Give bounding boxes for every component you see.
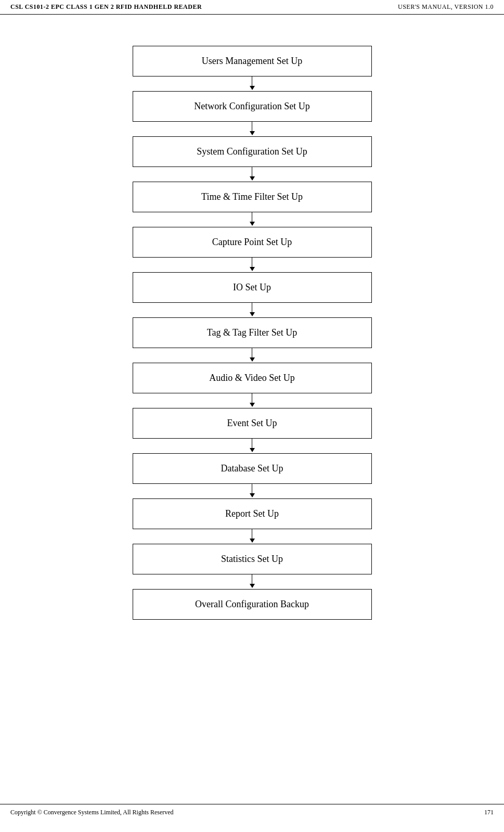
page-footer: Copyright © Convergence Systems Limited,… [0,804,504,816]
arrow-line [252,258,253,267]
flow-arrow-8 [250,393,255,408]
arrow-line [252,303,253,312]
flow-step-11: Report Set Up [133,498,372,529]
flow-arrow-6 [250,303,255,317]
footer-copyright: Copyright © Convergence Systems Limited,… [10,809,174,816]
arrow-head [250,448,255,452]
flow-step-10: Database Set Up [133,453,372,484]
arrow-line [252,76,253,86]
arrow-head [250,493,255,497]
flowchart: Users Management Set UpNetwork Configura… [133,46,372,620]
flow-arrow-3 [250,167,255,182]
header-title-left: CSL CS101-2 EPC CLASS 1 GEN 2 RFID HANDH… [10,3,202,11]
flow-step-9: Event Set Up [133,408,372,439]
arrow-line [252,122,253,131]
flow-arrow-2 [250,122,255,136]
arrow-head [250,312,255,316]
flow-arrow-10 [250,484,255,498]
flow-step-6: IO Set Up [133,272,372,303]
flow-step-4: Time & Time Filter Set Up [133,182,372,212]
arrow-line [252,484,253,493]
flow-step-3: System Configuration Set Up [133,136,372,167]
arrow-head [250,539,255,543]
flow-step-12: Statistics Set Up [133,544,372,574]
arrow-head [250,267,255,271]
arrow-line [252,574,253,584]
arrow-line [252,167,253,176]
arrow-line [252,348,253,357]
header-title-right: USER'S MANUAL, VERSION 1.0 [398,3,494,11]
flow-arrow-11 [250,529,255,544]
flow-step-5: Capture Point Set Up [133,227,372,258]
arrow-line [252,529,253,539]
flow-step-1: Users Management Set Up [133,46,372,76]
arrow-head [250,584,255,588]
arrow-line [252,212,253,222]
flow-step-7: Tag & Tag Filter Set Up [133,317,372,348]
arrow-head [250,403,255,407]
flow-arrow-5 [250,258,255,272]
arrow-line [252,439,253,448]
flow-arrow-12 [250,574,255,589]
flow-arrow-9 [250,439,255,453]
arrow-head [250,86,255,90]
arrow-line [252,393,253,403]
arrow-head [250,222,255,226]
flow-arrow-1 [250,76,255,91]
footer-page-number: 171 [484,809,494,816]
flow-arrow-4 [250,212,255,227]
flow-step-8: Audio & Video Set Up [133,363,372,393]
flow-step-13: Overall Configuration Backup [133,589,372,620]
flow-step-2: Network Configuration Set Up [133,91,372,122]
arrow-head [250,357,255,362]
main-content: Users Management Set UpNetwork Configura… [0,15,504,661]
flow-arrow-7 [250,348,255,363]
page-header: CSL CS101-2 EPC CLASS 1 GEN 2 RFID HANDH… [0,0,504,15]
arrow-head [250,131,255,135]
arrow-head [250,176,255,181]
